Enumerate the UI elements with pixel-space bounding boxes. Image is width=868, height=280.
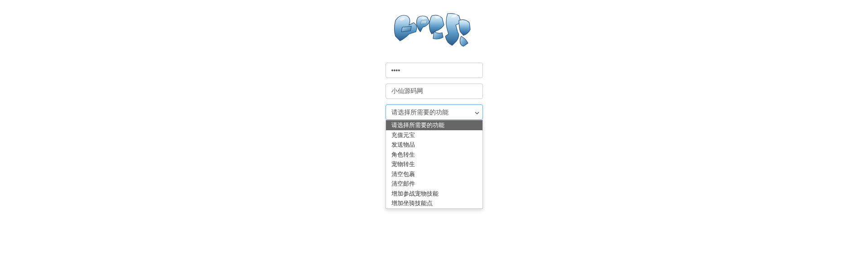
- logo: [389, 9, 479, 54]
- dropdown-list: 请选择所需要的功能充值元宝发送物品角色转生宠物转生清空包裹清空邮件增加参战宠物技…: [386, 120, 483, 209]
- password-input[interactable]: [386, 63, 483, 78]
- name-input[interactable]: [386, 84, 483, 99]
- dropdown-option[interactable]: 请选择所需要的功能: [386, 120, 482, 130]
- form-container: 请选择所需要的功能 请选择所需要的功能充值元宝发送物品角色转生宠物转生清空包裹清…: [386, 9, 483, 120]
- dropdown-option[interactable]: 增加参战宠物技能: [386, 189, 482, 199]
- logo-svg: [389, 9, 479, 54]
- select-wrapper: 请选择所需要的功能 请选择所需要的功能充值元宝发送物品角色转生宠物转生清空包裹清…: [386, 104, 483, 120]
- dropdown-option[interactable]: 角色转生: [386, 150, 482, 160]
- dropdown-option[interactable]: 清空包裹: [386, 169, 482, 179]
- dropdown-option[interactable]: 清空邮件: [386, 179, 482, 189]
- dropdown-option[interactable]: 增加坐骑技能点: [386, 198, 482, 208]
- dropdown-option[interactable]: 宠物转生: [386, 159, 482, 169]
- dropdown-option[interactable]: 发送物品: [386, 140, 482, 150]
- function-select[interactable]: 请选择所需要的功能: [386, 104, 483, 120]
- dropdown-option[interactable]: 充值元宝: [386, 130, 482, 140]
